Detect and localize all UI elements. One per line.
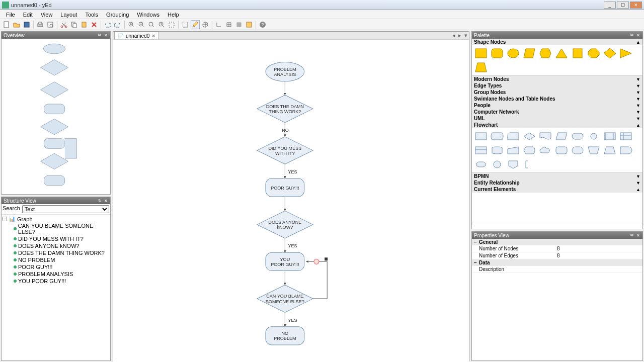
zoom-100-button[interactable]: 1 bbox=[157, 20, 166, 29]
copy-button[interactable] bbox=[69, 20, 78, 29]
tree-toggle-icon[interactable]: − bbox=[3, 217, 7, 221]
nav-mode-button[interactable] bbox=[201, 20, 210, 29]
menu-windows[interactable]: Windows bbox=[133, 11, 164, 19]
flow-doc[interactable] bbox=[538, 130, 552, 142]
tab-next-icon[interactable]: ▸ bbox=[457, 32, 463, 39]
flow-internal[interactable] bbox=[619, 130, 633, 142]
prop-group-data[interactable]: −Data bbox=[472, 259, 642, 266]
palette-section-current[interactable]: Current Elements▲ bbox=[472, 186, 642, 193]
flow-stadium[interactable] bbox=[571, 144, 585, 156]
properties-detach-icon[interactable]: ⧉ bbox=[629, 233, 634, 238]
flow-terminator[interactable] bbox=[571, 130, 585, 142]
properties-close-icon[interactable]: ✕ bbox=[635, 233, 640, 238]
search-mode-select[interactable]: Text bbox=[22, 205, 109, 213]
flow-process[interactable] bbox=[474, 130, 488, 142]
palette-section-entity[interactable]: Entity Relationship▼ bbox=[472, 179, 642, 186]
new-button[interactable] bbox=[2, 20, 11, 29]
flow-decision[interactable] bbox=[522, 130, 536, 142]
flow-card[interactable] bbox=[506, 130, 520, 142]
paste-button[interactable] bbox=[79, 20, 89, 29]
flow-invtrap[interactable] bbox=[603, 144, 617, 156]
flow-offpage[interactable] bbox=[506, 158, 520, 170]
open-button[interactable] bbox=[12, 20, 21, 29]
tab-close-icon[interactable]: ✕ bbox=[151, 33, 155, 39]
tab-prev-icon[interactable]: ◂ bbox=[451, 32, 457, 39]
minimize-button[interactable]: _ bbox=[604, 2, 616, 9]
palette-section-shape[interactable]: Shape Nodes▲ bbox=[472, 39, 642, 45]
tree-item[interactable]: DOES THE DAMN THING WORK? bbox=[14, 249, 109, 256]
tree-item[interactable]: YOU POOR GUY!!! bbox=[14, 278, 109, 285]
overview-detach-icon[interactable]: ⧉ bbox=[97, 33, 102, 38]
flow-connector[interactable] bbox=[587, 130, 601, 142]
zoom-out-button[interactable] bbox=[137, 20, 146, 29]
prop-desc-value[interactable] bbox=[555, 266, 642, 273]
palette-section-swim[interactable]: Swimlane Nodes and Table Nodes▼ bbox=[472, 96, 642, 102]
tab-unnamed0[interactable]: 📄 unnamed0 ✕ bbox=[114, 32, 159, 39]
flow-db[interactable] bbox=[490, 144, 504, 156]
shape-ellipse[interactable] bbox=[506, 47, 520, 59]
menu-grouping[interactable]: Grouping bbox=[102, 11, 133, 19]
menu-tools[interactable]: Tools bbox=[81, 11, 102, 19]
flow-round[interactable] bbox=[554, 144, 569, 156]
flow-display[interactable] bbox=[522, 144, 536, 156]
flow-cloud[interactable] bbox=[538, 144, 552, 156]
tree-item[interactable]: PROBLEM ANALYSIS bbox=[14, 270, 109, 278]
menu-layout[interactable]: Layout bbox=[56, 11, 81, 19]
fit-button[interactable] bbox=[147, 20, 156, 29]
palette-section-uml[interactable]: UML▼ bbox=[472, 115, 642, 122]
prev-view-button[interactable] bbox=[245, 20, 254, 29]
structure-refresh-icon[interactable]: ↻ bbox=[97, 198, 102, 203]
structure-close-icon[interactable]: ✕ bbox=[103, 198, 108, 203]
shape-trapezoid[interactable] bbox=[474, 61, 488, 73]
undo-button[interactable] bbox=[103, 20, 112, 29]
overview-body[interactable] bbox=[2, 39, 110, 194]
shape-roundrect[interactable] bbox=[490, 47, 504, 59]
cut-button[interactable] bbox=[59, 20, 68, 29]
shape-hexagon[interactable] bbox=[538, 47, 552, 59]
menu-edit[interactable]: Edit bbox=[19, 11, 37, 19]
shape-square[interactable] bbox=[571, 47, 585, 59]
palette-section-group[interactable]: Group Nodes▼ bbox=[472, 89, 642, 96]
tree-item[interactable]: POOR GUY!!! bbox=[14, 263, 109, 270]
palette-section-bpmn[interactable]: BPMN▼ bbox=[472, 173, 642, 179]
save-button[interactable] bbox=[22, 20, 31, 29]
menu-view[interactable]: View bbox=[37, 11, 57, 19]
flow-input[interactable] bbox=[506, 144, 520, 156]
maximize-button[interactable]: ☐ bbox=[617, 2, 629, 9]
tree-item[interactable]: DID YOU MESS WITH IT? bbox=[14, 235, 109, 242]
structure-tree[interactable]: − 📊 Graph CAN YOU BLAME SOMEONE ELSE? DI… bbox=[2, 215, 110, 286]
snap-button[interactable] bbox=[224, 20, 233, 29]
palette-section-modern[interactable]: Modern Nodes▼ bbox=[472, 76, 642, 82]
canvas[interactable]: NO YES YES YES PROBLEM ANALYSIS DOES THE… bbox=[113, 40, 469, 362]
palette-section-flow[interactable]: Flowchart▲ bbox=[472, 122, 642, 128]
flow-circle[interactable] bbox=[490, 158, 504, 170]
tree-item[interactable]: DOES ANYONE kNOW? bbox=[14, 242, 109, 249]
palette-section-edge[interactable]: Edge Types▼ bbox=[472, 82, 642, 89]
shape-parallel[interactable] bbox=[522, 47, 536, 59]
orth-edges-button[interactable] bbox=[214, 20, 223, 29]
prop-group-general[interactable]: −General bbox=[472, 239, 642, 245]
menu-file[interactable]: File bbox=[2, 11, 19, 19]
flow-predefined[interactable] bbox=[603, 130, 617, 142]
tree-item[interactable]: CAN YOU BLAME SOMEONE ELSE? bbox=[14, 222, 109, 235]
flow-data[interactable] bbox=[490, 130, 504, 142]
tree-item[interactable]: NO PROBLEM bbox=[14, 256, 109, 263]
flow-delay[interactable] bbox=[619, 144, 633, 156]
flow-annotation[interactable] bbox=[522, 158, 536, 170]
grid-button[interactable] bbox=[234, 20, 244, 29]
edit-mode-button[interactable] bbox=[191, 20, 200, 29]
menu-help[interactable]: Help bbox=[164, 11, 183, 19]
tab-list-icon[interactable]: ▾ bbox=[463, 32, 469, 39]
shape-triangle[interactable] bbox=[554, 47, 569, 59]
shape-rect[interactable] bbox=[474, 47, 488, 59]
select-button[interactable] bbox=[181, 20, 190, 29]
flow-pill[interactable] bbox=[474, 158, 488, 170]
delete-button[interactable] bbox=[90, 20, 99, 29]
tree-root-label[interactable]: Graph bbox=[17, 216, 33, 222]
shape-diamond[interactable] bbox=[603, 47, 617, 59]
help-button[interactable]: ? bbox=[258, 20, 267, 29]
palette-detach-icon[interactable]: ⧉ bbox=[629, 33, 634, 38]
close-button[interactable]: ✕ bbox=[630, 2, 642, 9]
palette-section-net[interactable]: Computer Network▼ bbox=[472, 109, 642, 115]
overview-close-icon[interactable]: ✕ bbox=[103, 33, 108, 38]
